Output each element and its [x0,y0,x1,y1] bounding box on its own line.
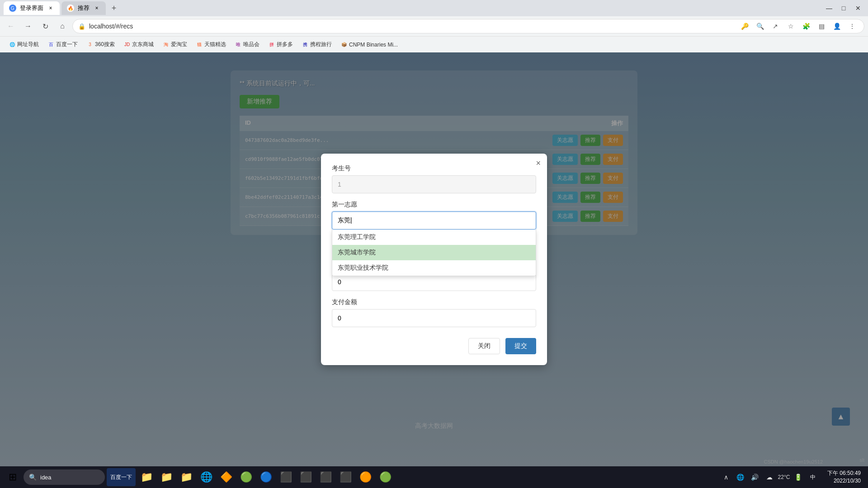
bookmark-tianmao[interactable]: 猫 天猫精选 [193,39,230,50]
input-method-icon[interactable]: 中 [807,472,818,483]
bookmark-pdd[interactable]: 拼 拼多多 [265,39,297,50]
bookmark-label-360: 360搜索 [95,41,115,48]
input-zhiyuan1[interactable] [332,211,536,230]
bookmark-favicon-360: 3 [87,42,93,48]
bookmark-favicon-vip: 唯 [235,42,241,48]
bookmark-ctrip[interactable]: 携 携程旅行 [298,39,335,50]
modal-close-button[interactable]: 关闭 [468,338,500,354]
start-button[interactable]: ⊞ [4,468,22,486]
close-button[interactable]: ✕ [852,2,864,14]
bookmark-wangzhi[interactable]: 🌐 网址导航 [5,39,42,50]
modal-submit-button[interactable]: 提交 [505,338,536,354]
battery-icon[interactable]: 🔋 [793,472,804,483]
weather-icon: ☁ [764,472,775,483]
forward-button[interactable]: → [21,19,35,33]
tab-close-login[interactable]: × [47,5,54,12]
zoom-icon[interactable]: 🔍 [754,20,766,33]
bookmark-360[interactable]: 3 360搜索 [83,39,118,50]
bookmark-star-icon[interactable]: ☆ [784,20,797,33]
label-kaosheng: 考生号 [332,164,536,173]
taskbar-search[interactable]: 🔍 [24,469,105,485]
autocomplete-item-1[interactable]: 东莞城市学院 [332,245,536,260]
taskbar-app2-icon[interactable]: 🟢 [237,468,255,486]
bookmark-baidu[interactable]: 百 百度一下 [44,39,81,50]
taskbar-search-icon: 🔍 [29,474,37,481]
nav-bar: ← → ↻ ⌂ 🔒 localhost/#/recs 🔑 🔍 ↗ ☆ 🧩 ▤ 👤… [0,16,868,36]
minimize-button[interactable]: — [823,2,835,14]
bookmark-vip[interactable]: 唯 唯品会 [231,39,263,50]
input-lang: 中 [810,474,816,481]
input-zhifu[interactable] [332,309,536,327]
bookmark-cnpm[interactable]: 📦 CNPM Binaries Mi... [337,40,401,50]
extension-icon[interactable]: 🧩 [800,20,812,33]
system-clock[interactable]: 下午 06:50:49 2022/10/30 [824,469,864,485]
tab-login[interactable]: G 登录界面 × [4,1,60,15]
input-kaosheng[interactable] [332,175,536,193]
temperature: 22°C [778,474,790,480]
taskbar-files-icon[interactable]: 📁 [137,468,156,486]
taskbar-app4-icon[interactable]: ⬛ [316,468,335,486]
bookmark-jd[interactable]: JD 京东商城 [120,39,157,50]
share-icon[interactable]: ↗ [769,20,782,33]
taskbar-term2-icon[interactable]: ⬛ [297,468,315,486]
tab-close-recommend[interactable]: × [93,5,100,12]
url-text: localhost/#/recs [89,23,133,30]
clock-date: 2022/10/30 [827,477,861,485]
tab-label-login: 登录界面 [20,4,43,12]
taskbar-terminal-icon[interactable]: ⬛ [277,468,295,486]
taskbar-baidu-button[interactable]: 百度一下 [107,468,136,486]
lock-icon: 🔒 [78,23,85,30]
menu-icon[interactable]: ⋮ [846,20,859,33]
new-tab-button[interactable]: + [108,2,120,14]
bookmark-label-taobao: 爱淘宝 [171,41,187,48]
tab-recommend[interactable]: 🔥 推荐 × [61,1,106,15]
bookmark-label-baidu: 百度一下 [56,41,78,48]
form-group-zhifu: 支付金额 [332,298,536,327]
bookmark-favicon-wangzhi: 🌐 [9,42,15,48]
bookmark-taobao[interactable]: 淘 爱淘宝 [159,39,191,50]
taskbar-files3-icon[interactable]: 📁 [177,468,195,486]
clock-time: 下午 06:50:49 [827,469,861,477]
autocomplete-wrapper: 东莞理工学院 东莞城市学院 东莞职业技术学院 [332,211,536,230]
refresh-button[interactable]: ↻ [38,19,52,33]
tab-favicon-recommend: 🔥 [67,5,74,12]
taskbar-search-input[interactable] [40,474,94,481]
autocomplete-item-0[interactable]: 东莞理工学院 [332,230,536,245]
home-button[interactable]: ⌂ [55,19,70,33]
address-icons: 🔑 🔍 ↗ ☆ 🧩 ▤ 👤 ⋮ [738,20,859,33]
tab-label-recommend: 推荐 [78,4,90,12]
autocomplete-item-2[interactable]: 东莞职业技术学院 [332,260,536,276]
bookmark-label-jd: 京东商城 [132,41,154,48]
bookmark-label-tianmao: 天猫精选 [204,41,226,48]
show-hidden-icon[interactable]: ∧ [721,472,731,483]
sidebar-icon[interactable]: ▤ [815,20,828,33]
form-group-kaosheng: 考生号 [332,164,536,193]
modal-close-icon[interactable]: × [536,159,541,167]
autocomplete-dropdown: 东莞理工学院 东莞城市学院 东莞职业技术学院 [332,230,536,276]
volume-icon[interactable]: 🔊 [750,472,760,483]
bookmark-label-ctrip: 携程旅行 [310,41,332,48]
tab-favicon-login: G [9,5,16,12]
taskbar: ⊞ 🔍 百度一下 📁 📁 📁 🌐 🔶 🟢 🔵 ⬛ ⬛ ⬛ ⬛ 🟠 🟢 ∧ 🌐 🔊… [0,466,868,488]
network-icon[interactable]: 🌐 [735,472,746,483]
bookmark-favicon-cnpm: 📦 [341,42,347,48]
modal-footer: 关闭 提交 [332,338,536,354]
bookmark-label-pdd: 拼多多 [277,41,293,48]
taskbar-app6-icon[interactable]: 🟠 [356,468,374,486]
taskbar-app1-icon[interactable]: 🔶 [217,468,235,486]
taskbar-app7-icon[interactable]: 🟢 [376,468,394,486]
window-controls: — □ ✕ [823,2,864,14]
bookmark-favicon-baidu: 百 [48,42,54,48]
back-button[interactable]: ← [4,19,18,33]
maximize-button[interactable]: □ [837,2,850,14]
taskbar-app5-icon[interactable]: ⬛ [336,468,354,486]
address-bar[interactable]: 🔒 localhost/#/recs 🔑 🔍 ↗ ☆ 🧩 ▤ 👤 ⋮ [72,19,864,33]
bookmark-label-vip: 唯品会 [243,41,259,48]
taskbar-files2-icon[interactable]: 📁 [157,468,175,486]
bookmark-favicon-ctrip: 携 [302,42,308,48]
taskbar-browser-icon[interactable]: 🌐 [197,468,215,486]
form-group-zhiyuan1: 第一志愿 东莞理工学院 东莞城市学院 东莞职业技术学院 [332,201,536,230]
taskbar-app3-icon[interactable]: 🔵 [257,468,275,486]
profile-icon[interactable]: 👤 [830,20,843,33]
password-icon[interactable]: 🔑 [738,20,751,33]
